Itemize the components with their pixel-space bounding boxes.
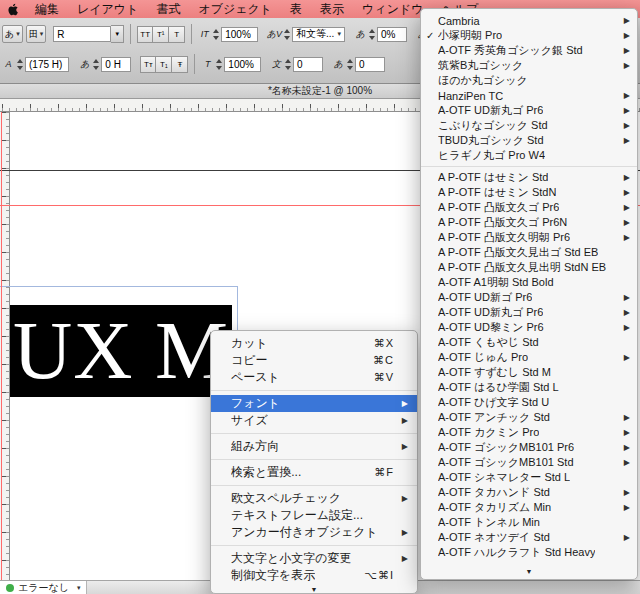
context-menu-item[interactable]: 検索と置換... ⌘F <box>211 464 417 481</box>
menu-item-right: ▶ <box>394 416 408 425</box>
field-input[interactable]: 0% <box>377 27 407 42</box>
menu-bar-item[interactable]: 表示 <box>311 0 353 18</box>
font-menu-item[interactable]: 筑紫B丸ゴシック ▶ <box>421 58 637 73</box>
format-button[interactable]: T <box>169 26 185 43</box>
context-menu-item[interactable]: 組み方向 ▶ <box>211 438 417 455</box>
field-input[interactable]: (175 H) <box>25 57 69 72</box>
font-menu-item[interactable]: A-OTF タカリズム Min ▶ <box>421 500 637 515</box>
menu-item-right: ▶ <box>618 458 630 467</box>
control-field: あ 0 H <box>78 57 131 72</box>
context-menu-item[interactable]: 欧文スペルチェック ▶ <box>211 490 417 507</box>
dropdown-arrow-icon[interactable]: ▾ <box>77 584 81 592</box>
font-name-label: A-OTF シネマレター Std L <box>438 470 570 485</box>
context-menu-item[interactable]: ペースト ⌘V <box>211 369 417 386</box>
context-menu-item[interactable]: カット ⌘X <box>211 335 417 352</box>
font-menu-item[interactable]: A P-OTF 凸版文久見出明 StdN EB <box>421 260 637 275</box>
font-menu-item[interactable]: A-OTF すずむし Std M <box>421 365 637 380</box>
stepper-control[interactable] <box>284 59 292 70</box>
font-menu-item[interactable]: A P-OTF はせミン StdN ▶ <box>421 185 637 200</box>
format-button[interactable]: T₁ <box>156 56 172 73</box>
stepper-control[interactable] <box>92 59 100 70</box>
format-button[interactable]: Ŧ <box>172 56 188 73</box>
font-menu-item[interactable]: A-OTF UD新丸ゴ Pr6 ▶ <box>421 305 637 320</box>
field-input[interactable]: 0 <box>293 57 323 72</box>
context-menu-item[interactable]: アンカー付きオブジェクト ▶ <box>211 524 417 541</box>
menu-item-right: ▶ <box>618 428 630 437</box>
font-menu-item[interactable]: A-OTF カクミン Pro ▶ <box>421 425 637 440</box>
font-menu-item[interactable]: A P-OTF 凸版文久明朝 Pr6 ▶ <box>421 230 637 245</box>
context-menu-item[interactable]: フォント ▶ <box>211 395 417 412</box>
font-menu-item[interactable]: A-OTF ゴシックMB101 Pr6 ▶ <box>421 440 637 455</box>
menu-scroll-down-icon[interactable]: ▼ <box>211 584 417 594</box>
text-frame[interactable]: UX M <box>10 305 232 397</box>
menu-scroll-down-icon[interactable]: ▼ <box>421 566 637 577</box>
font-menu-item[interactable]: A P-OTF はせミン Std ▶ <box>421 170 637 185</box>
font-menu-item[interactable]: HanziPen TC ▶ <box>421 88 637 103</box>
font-menu-item[interactable]: A P-OTF 凸版文久見出ゴ Std EB <box>421 245 637 260</box>
font-menu-item[interactable]: A-OTF はるひ学園 Std L <box>421 380 637 395</box>
font-menu-item[interactable]: A-OTF タカハンド Std ▶ <box>421 485 637 500</box>
field-input[interactable]: 0 <box>355 57 385 72</box>
format-button[interactable]: TT <box>137 26 153 43</box>
font-menu-item[interactable]: A-OTF UD新丸ゴ Pr6 ▶ <box>421 103 637 118</box>
submenu-arrow-icon: ▶ <box>622 46 630 55</box>
dropdown-arrow-icon[interactable]: ▾ <box>111 25 124 43</box>
context-menu-item[interactable]: 大文字と小文字の変更 ▶ <box>211 550 417 567</box>
menu-bar-item[interactable]: 表 <box>281 0 311 18</box>
font-menu-item[interactable]: TBUD丸ゴシック Std ▶ <box>421 133 637 148</box>
menu-bar-item[interactable]: レイアウト <box>68 0 147 18</box>
font-name-label: A-OTF タカハンド Std <box>438 485 550 500</box>
font-menu-item[interactable]: Cambria ▶ <box>421 13 637 28</box>
font-menu-item[interactable]: A-OTF 秀英角ゴシック銀 Std ▶ <box>421 43 637 58</box>
format-button[interactable]: T¹ <box>153 26 169 43</box>
stepper-control[interactable] <box>212 29 220 40</box>
panel-menu-button[interactable]: あ ▾ <box>2 25 23 43</box>
menu-bar-item[interactable]: 書式 <box>147 0 189 18</box>
stepper-control[interactable] <box>215 59 223 70</box>
font-menu-item[interactable]: ヒラギノ丸ゴ Pro W4 <box>421 148 637 163</box>
context-menu-item[interactable]: テキストフレーム設定... <box>211 507 417 524</box>
font-menu-item[interactable]: ✓ 小塚明朝 Pro ▶ <box>421 28 637 43</box>
format-button[interactable]: Tт <box>140 56 156 73</box>
font-menu-item[interactable]: A-OTF アンチック Std ▶ <box>421 410 637 425</box>
menu-item-label: カット <box>231 335 268 352</box>
font-menu-item[interactable]: A-OTF ネオツデイ Std ▶ <box>421 530 637 545</box>
context-menu-item[interactable]: 制御文字を表示 ⌥⌘I <box>211 567 417 584</box>
font-menu-item[interactable]: A P-OTF 凸版文久ゴ Pr6 ▶ <box>421 200 637 215</box>
font-menu-item[interactable]: A-OTF A1明朝 Std Bold <box>421 275 637 290</box>
field-value: 和文等... <box>296 27 334 41</box>
stepper-control[interactable] <box>346 59 354 70</box>
page-edge-line-top <box>0 286 237 287</box>
stepper-control[interactable] <box>16 59 24 70</box>
menu-bar-item[interactable]: オブジェクト <box>189 0 281 18</box>
font-name-label: A-OTF カクミン Pro <box>438 425 539 440</box>
menu-bar-item[interactable]: 編集 <box>26 0 68 18</box>
font-menu-item[interactable]: A-OTF ハルクラフト Std Heavy <box>421 545 637 560</box>
font-menu-item[interactable]: A-OTF くもやじ Std <box>421 335 637 350</box>
font-menu-item[interactable]: こぶりなゴシック Std ▶ <box>421 118 637 133</box>
context-menu-item[interactable]: コピー ⌘C <box>211 352 417 369</box>
menu-separator <box>421 166 637 167</box>
apple-menu[interactable] <box>0 2 26 17</box>
font-menu-item[interactable]: A-OTF じゅん Pro ▶ <box>421 350 637 365</box>
font-menu-item[interactable]: A P-OTF 凸版文久ゴ Pr6N ▶ <box>421 215 637 230</box>
font-menu-item[interactable]: A-OTF トンネル Min <box>421 515 637 530</box>
field-input[interactable]: 和文等...▾ <box>292 27 345 42</box>
field-input[interactable]: 100% <box>221 27 258 42</box>
stepper-control[interactable] <box>368 29 376 40</box>
font-menu-item[interactable]: ほのか丸ゴシック <box>421 73 637 88</box>
font-menu-item[interactable]: A-OTF UD新ゴ Pr6 ▶ <box>421 290 637 305</box>
field-input[interactable]: 0 H <box>101 57 131 72</box>
font-style-combo[interactable]: R ▾ <box>53 26 124 42</box>
dropdown-arrow-icon[interactable]: ▾ <box>334 30 341 38</box>
stepper-control[interactable] <box>283 29 291 40</box>
font-menu-item[interactable]: A-OTF ゴシックMB101 Std ▶ <box>421 455 637 470</box>
preflight-status[interactable]: エラーなし ▾ <box>0 581 87 594</box>
font-menu-item[interactable]: A-OTF シネマレター Std L <box>421 470 637 485</box>
kerning-icon: あV <box>267 28 282 41</box>
field-input[interactable]: 100% <box>224 57 261 72</box>
context-menu-item[interactable]: サイズ ▶ <box>211 412 417 429</box>
font-menu-item[interactable]: A-OTF ひげ文字 Std U <box>421 395 637 410</box>
font-menu-item[interactable]: A-OTF UD黎ミン Pr6 ▶ <box>421 320 637 335</box>
panel-menu-button[interactable]: 田 ▾ <box>26 25 47 43</box>
